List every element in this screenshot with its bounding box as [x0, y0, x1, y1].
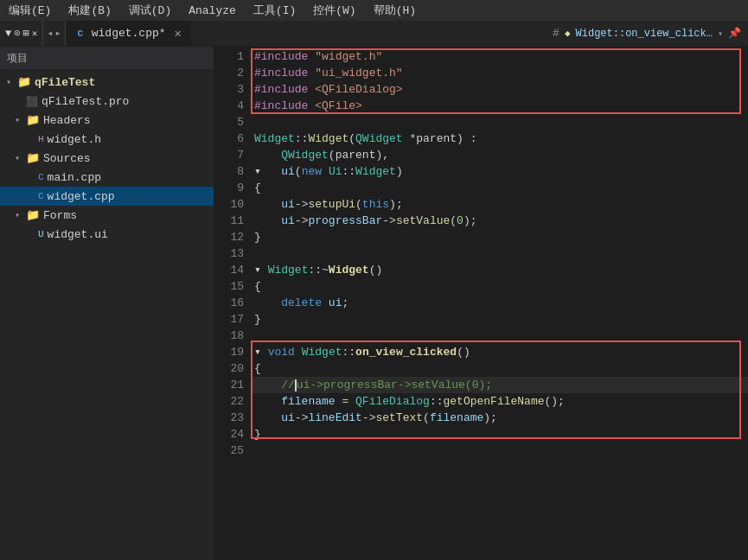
cpp-file-icon: C: [74, 28, 86, 40]
tab-widget-cpp[interactable]: C widget.cpp* ✕: [66, 21, 191, 47]
menu-item-controls[interactable]: 控件(W): [310, 1, 359, 20]
menu-item-help[interactable]: 帮助(H): [370, 1, 419, 20]
code-line-20: {: [251, 360, 748, 377]
code-line-13: [251, 245, 748, 262]
tree-item-forms[interactable]: ▾ 📁 Forms: [0, 206, 214, 225]
code-line-24: }: [251, 426, 748, 442]
tree-item-main-cpp[interactable]: C main.cpp: [0, 168, 214, 187]
tree-item-widget-ui[interactable]: U widget.ui: [0, 225, 214, 244]
folder-icon-headers: 📁: [26, 113, 40, 127]
code-line-17: }: [251, 311, 748, 328]
breadcrumb-dropdown-icon[interactable]: ▾: [718, 29, 723, 39]
code-line-14: ▾ Widget::~Widget(): [251, 262, 748, 278]
code-line-2: #include "ui_widget.h": [251, 65, 748, 81]
menu-item-edit[interactable]: 编辑(E): [5, 1, 54, 20]
menu-item-debug[interactable]: 调试(D): [125, 1, 175, 20]
diamond-icon: ◆: [565, 28, 571, 39]
tree-item-root[interactable]: ▾ 📁 qFileTest: [0, 73, 214, 92]
code-line-15: {: [251, 278, 748, 295]
code-line-18: [251, 328, 748, 344]
code-line-8: ▾ ui(new Ui::Widget): [251, 163, 748, 180]
menu-item-analyze[interactable]: Analyze: [185, 3, 240, 19]
tree-label-main-cpp: main.cpp: [48, 171, 101, 184]
tab-bar: ▼ ⊙ ⊞ ✕ ◂ ▸ C widget.cpp* ✕ # ◆ Widget::…: [0, 21, 748, 47]
sidebar-header: 项目: [0, 47, 214, 69]
tree-item-widget-h[interactable]: H widget.h: [0, 130, 214, 149]
tree-label-root: qFileTest: [35, 76, 95, 89]
folder-icon-root: 📁: [17, 75, 31, 89]
code-line-11: ui->progressBar->setValue(0);: [251, 213, 748, 229]
code-line-23: ui->lineEdit->setText(filename);: [251, 410, 748, 426]
pro-file-icon: ⬛: [26, 96, 38, 107]
project-tree: ▾ 📁 qFileTest ⬛ qFileTest.pro ▾ 📁 Header…: [0, 69, 214, 560]
split-icon[interactable]: ⊞: [22, 27, 29, 40]
code-line-3: #include <QFileDialog>: [251, 81, 748, 98]
ui-file-icon: U: [38, 229, 44, 239]
tree-label-widget-ui: widget.ui: [48, 228, 108, 241]
code-line-12: }: [251, 229, 748, 245]
cpp-icon-main: C: [38, 172, 44, 182]
nav-back-icon[interactable]: ◂: [47, 27, 53, 40]
breadcrumb-function: Widget::on_view_click…: [576, 28, 713, 40]
menu-item-build[interactable]: 构建(B): [65, 1, 114, 20]
code-line-6: Widget::Widget(QWidget *parent) :: [251, 130, 748, 147]
code-line-10: ui->setupUi(this);: [251, 196, 748, 213]
menu-item-tools[interactable]: 工具(I): [250, 1, 299, 20]
tree-item-headers[interactable]: ▾ 📁 Headers: [0, 111, 214, 130]
menu-bar: 编辑(E) 构建(B) 调试(D) Analyze 工具(I) 控件(W) 帮助…: [0, 0, 748, 21]
editor-area[interactable]: 1 2 3 4 5 6 7 8 9 10 11 12 13 14 15 16 1…: [214, 47, 748, 560]
expand-icon-sources: ▾: [12, 153, 22, 163]
tree-label-widget-cpp: widget.cpp: [48, 190, 115, 203]
code-line-5: [251, 114, 748, 130]
code-line-9: {: [251, 180, 748, 196]
tree-item-pro[interactable]: ⬛ qFileTest.pro: [0, 92, 214, 111]
folder-icon-forms: 📁: [26, 208, 40, 222]
code-line-19: ▾ void Widget::on_view_clicked(): [251, 344, 748, 360]
cpp-icon-widget: C: [38, 191, 44, 201]
hash-icon: #: [553, 27, 559, 40]
code-line-7: QWidget(parent),: [251, 147, 748, 163]
code-line-25: [251, 442, 748, 459]
nav-forward-icon[interactable]: ▸: [55, 27, 61, 40]
tab-label-widget-cpp: widget.cpp*: [92, 27, 166, 40]
code-content: 1 2 3 4 5 6 7 8 9 10 11 12 13 14 15 16 1…: [214, 47, 748, 560]
expand-icon-root: ▾: [3, 77, 14, 87]
code-line-22: filename = QFileDialog::getOpenFileName(…: [251, 393, 748, 410]
sidebar: 项目 ▾ 📁 qFileTest ⬛ qFileTest.pro ▾ 📁 Hea…: [0, 47, 214, 560]
sidebar-title: 项目: [7, 51, 28, 66]
expand-icon-headers: ▾: [12, 115, 22, 125]
code-lines: #include "widget.h" #include "ui_widget.…: [251, 47, 748, 560]
tree-label-headers: Headers: [43, 114, 91, 127]
close-all-icon[interactable]: ✕: [32, 28, 38, 39]
tab-pin-icon[interactable]: 📌: [728, 27, 741, 40]
main-area: 项目 ▾ 📁 qFileTest ⬛ qFileTest.pro ▾ 📁 Hea…: [0, 47, 748, 560]
h-file-icon: H: [38, 134, 44, 144]
link-icon[interactable]: ⊙: [14, 27, 20, 40]
tree-label-widget-h: widget.h: [48, 133, 101, 146]
tree-label-sources: Sources: [43, 152, 91, 165]
tab-close-button[interactable]: ✕: [175, 26, 182, 41]
tree-item-widget-cpp[interactable]: C widget.cpp: [0, 187, 214, 206]
tree-item-sources[interactable]: ▾ 📁 Sources: [0, 149, 214, 168]
line-numbers: 1 2 3 4 5 6 7 8 9 10 11 12 13 14 15 16 1…: [214, 47, 251, 560]
code-line-1: #include "widget.h": [251, 48, 748, 65]
code-line-21: //ui->progressBar->setValue(0);: [251, 377, 748, 393]
code-line-16: delete ui;: [251, 295, 748, 311]
code-line-4: #include <QFile>: [251, 98, 748, 114]
folder-icon-sources: 📁: [26, 151, 40, 165]
tree-label-forms: Forms: [43, 209, 77, 222]
expand-icon-forms: ▾: [12, 210, 22, 220]
tree-label-pro: qFileTest.pro: [42, 95, 129, 108]
filter-icon[interactable]: ▼: [5, 28, 11, 40]
